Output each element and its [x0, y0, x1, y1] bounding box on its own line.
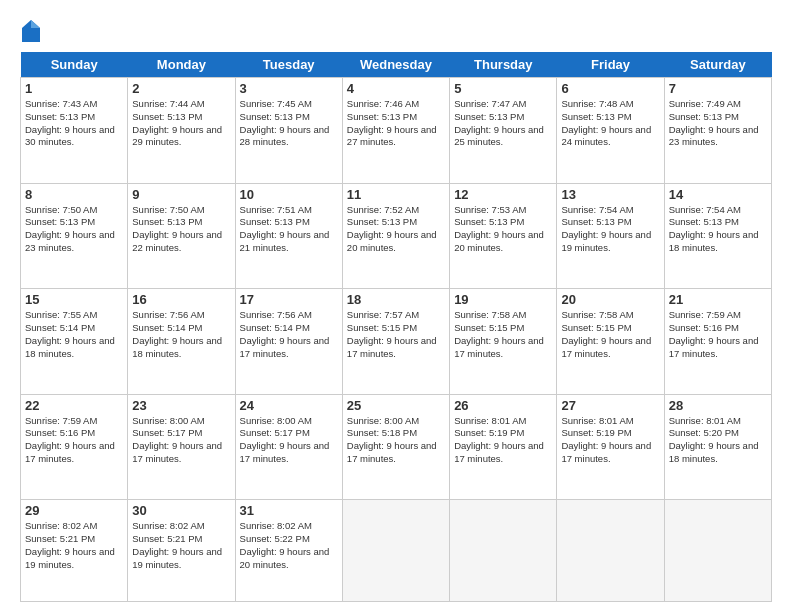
cell-details: Sunrise: 8:00 AMSunset: 5:17 PMDaylight:…: [240, 415, 330, 464]
day-number: 21: [669, 292, 767, 307]
header-row: SundayMondayTuesdayWednesdayThursdayFrid…: [21, 52, 772, 78]
cell-details: Sunrise: 7:50 AMSunset: 5:13 PMDaylight:…: [25, 204, 115, 253]
week-row-3: 15 Sunrise: 7:55 AMSunset: 5:14 PMDaylig…: [21, 289, 772, 395]
cell-details: Sunrise: 7:48 AMSunset: 5:13 PMDaylight:…: [561, 98, 651, 147]
day-number: 5: [454, 81, 552, 96]
calendar-cell: 12 Sunrise: 7:53 AMSunset: 5:13 PMDaylig…: [450, 183, 557, 289]
day-number: 15: [25, 292, 123, 307]
cell-details: Sunrise: 7:59 AMSunset: 5:16 PMDaylight:…: [669, 309, 759, 358]
day-number: 20: [561, 292, 659, 307]
calendar-cell: 18 Sunrise: 7:57 AMSunset: 5:15 PMDaylig…: [342, 289, 449, 395]
calendar-cell: 27 Sunrise: 8:01 AMSunset: 5:19 PMDaylig…: [557, 394, 664, 500]
svg-marker-1: [31, 20, 40, 28]
cell-details: Sunrise: 7:53 AMSunset: 5:13 PMDaylight:…: [454, 204, 544, 253]
cell-details: Sunrise: 7:58 AMSunset: 5:15 PMDaylight:…: [561, 309, 651, 358]
cell-details: Sunrise: 7:43 AMSunset: 5:13 PMDaylight:…: [25, 98, 115, 147]
calendar-cell: 1 Sunrise: 7:43 AMSunset: 5:13 PMDayligh…: [21, 78, 128, 184]
day-number: 16: [132, 292, 230, 307]
cell-details: Sunrise: 7:49 AMSunset: 5:13 PMDaylight:…: [669, 98, 759, 147]
day-number: 25: [347, 398, 445, 413]
calendar-cell: 25 Sunrise: 8:00 AMSunset: 5:18 PMDaylig…: [342, 394, 449, 500]
day-header-sunday: Sunday: [21, 52, 128, 78]
calendar-cell: 15 Sunrise: 7:55 AMSunset: 5:14 PMDaylig…: [21, 289, 128, 395]
week-row-5: 29 Sunrise: 8:02 AMSunset: 5:21 PMDaylig…: [21, 500, 772, 602]
cell-details: Sunrise: 7:45 AMSunset: 5:13 PMDaylight:…: [240, 98, 330, 147]
calendar-cell: 23 Sunrise: 8:00 AMSunset: 5:17 PMDaylig…: [128, 394, 235, 500]
page: SundayMondayTuesdayWednesdayThursdayFrid…: [0, 0, 792, 612]
cell-details: Sunrise: 7:44 AMSunset: 5:13 PMDaylight:…: [132, 98, 222, 147]
calendar-cell: 2 Sunrise: 7:44 AMSunset: 5:13 PMDayligh…: [128, 78, 235, 184]
calendar-table: SundayMondayTuesdayWednesdayThursdayFrid…: [20, 52, 772, 602]
day-number: 30: [132, 503, 230, 518]
cell-details: Sunrise: 7:51 AMSunset: 5:13 PMDaylight:…: [240, 204, 330, 253]
day-header-saturday: Saturday: [664, 52, 771, 78]
day-number: 23: [132, 398, 230, 413]
day-number: 6: [561, 81, 659, 96]
calendar-cell: [450, 500, 557, 602]
cell-details: Sunrise: 7:58 AMSunset: 5:15 PMDaylight:…: [454, 309, 544, 358]
calendar-cell: [557, 500, 664, 602]
cell-details: Sunrise: 8:00 AMSunset: 5:17 PMDaylight:…: [132, 415, 222, 464]
calendar-cell: 8 Sunrise: 7:50 AMSunset: 5:13 PMDayligh…: [21, 183, 128, 289]
cell-details: Sunrise: 8:02 AMSunset: 5:21 PMDaylight:…: [25, 520, 115, 569]
cell-details: Sunrise: 8:00 AMSunset: 5:18 PMDaylight:…: [347, 415, 437, 464]
calendar-cell: 21 Sunrise: 7:59 AMSunset: 5:16 PMDaylig…: [664, 289, 771, 395]
calendar-cell: 7 Sunrise: 7:49 AMSunset: 5:13 PMDayligh…: [664, 78, 771, 184]
calendar-cell: 24 Sunrise: 8:00 AMSunset: 5:17 PMDaylig…: [235, 394, 342, 500]
cell-details: Sunrise: 7:54 AMSunset: 5:13 PMDaylight:…: [561, 204, 651, 253]
calendar-cell: 16 Sunrise: 7:56 AMSunset: 5:14 PMDaylig…: [128, 289, 235, 395]
calendar-cell: 10 Sunrise: 7:51 AMSunset: 5:13 PMDaylig…: [235, 183, 342, 289]
week-row-2: 8 Sunrise: 7:50 AMSunset: 5:13 PMDayligh…: [21, 183, 772, 289]
cell-details: Sunrise: 7:52 AMSunset: 5:13 PMDaylight:…: [347, 204, 437, 253]
calendar-cell: 9 Sunrise: 7:50 AMSunset: 5:13 PMDayligh…: [128, 183, 235, 289]
logo-text: [20, 20, 40, 42]
day-number: 24: [240, 398, 338, 413]
calendar-cell: 5 Sunrise: 7:47 AMSunset: 5:13 PMDayligh…: [450, 78, 557, 184]
cell-details: Sunrise: 7:56 AMSunset: 5:14 PMDaylight:…: [240, 309, 330, 358]
day-number: 10: [240, 187, 338, 202]
calendar-cell: 13 Sunrise: 7:54 AMSunset: 5:13 PMDaylig…: [557, 183, 664, 289]
logo-icon: [22, 20, 40, 42]
day-header-monday: Monday: [128, 52, 235, 78]
calendar: SundayMondayTuesdayWednesdayThursdayFrid…: [20, 52, 772, 602]
week-row-1: 1 Sunrise: 7:43 AMSunset: 5:13 PMDayligh…: [21, 78, 772, 184]
day-number: 4: [347, 81, 445, 96]
day-number: 28: [669, 398, 767, 413]
day-number: 17: [240, 292, 338, 307]
calendar-cell: 6 Sunrise: 7:48 AMSunset: 5:13 PMDayligh…: [557, 78, 664, 184]
cell-details: Sunrise: 8:01 AMSunset: 5:20 PMDaylight:…: [669, 415, 759, 464]
cell-details: Sunrise: 8:02 AMSunset: 5:21 PMDaylight:…: [132, 520, 222, 569]
cell-details: Sunrise: 7:54 AMSunset: 5:13 PMDaylight:…: [669, 204, 759, 253]
day-number: 26: [454, 398, 552, 413]
cell-details: Sunrise: 7:47 AMSunset: 5:13 PMDaylight:…: [454, 98, 544, 147]
calendar-cell: 26 Sunrise: 8:01 AMSunset: 5:19 PMDaylig…: [450, 394, 557, 500]
header: [20, 20, 772, 42]
day-number: 27: [561, 398, 659, 413]
cell-details: Sunrise: 8:01 AMSunset: 5:19 PMDaylight:…: [561, 415, 651, 464]
week-row-4: 22 Sunrise: 7:59 AMSunset: 5:16 PMDaylig…: [21, 394, 772, 500]
day-number: 1: [25, 81, 123, 96]
cell-details: Sunrise: 8:02 AMSunset: 5:22 PMDaylight:…: [240, 520, 330, 569]
day-header-tuesday: Tuesday: [235, 52, 342, 78]
cell-details: Sunrise: 8:01 AMSunset: 5:19 PMDaylight:…: [454, 415, 544, 464]
day-header-thursday: Thursday: [450, 52, 557, 78]
cell-details: Sunrise: 7:59 AMSunset: 5:16 PMDaylight:…: [25, 415, 115, 464]
cell-details: Sunrise: 7:57 AMSunset: 5:15 PMDaylight:…: [347, 309, 437, 358]
day-number: 2: [132, 81, 230, 96]
calendar-cell: 20 Sunrise: 7:58 AMSunset: 5:15 PMDaylig…: [557, 289, 664, 395]
calendar-cell: 17 Sunrise: 7:56 AMSunset: 5:14 PMDaylig…: [235, 289, 342, 395]
calendar-cell: 3 Sunrise: 7:45 AMSunset: 5:13 PMDayligh…: [235, 78, 342, 184]
calendar-cell: 11 Sunrise: 7:52 AMSunset: 5:13 PMDaylig…: [342, 183, 449, 289]
day-number: 9: [132, 187, 230, 202]
day-number: 8: [25, 187, 123, 202]
calendar-cell: 22 Sunrise: 7:59 AMSunset: 5:16 PMDaylig…: [21, 394, 128, 500]
day-number: 31: [240, 503, 338, 518]
cell-details: Sunrise: 7:50 AMSunset: 5:13 PMDaylight:…: [132, 204, 222, 253]
cell-details: Sunrise: 7:56 AMSunset: 5:14 PMDaylight:…: [132, 309, 222, 358]
calendar-cell: 29 Sunrise: 8:02 AMSunset: 5:21 PMDaylig…: [21, 500, 128, 602]
cell-details: Sunrise: 7:55 AMSunset: 5:14 PMDaylight:…: [25, 309, 115, 358]
day-number: 12: [454, 187, 552, 202]
calendar-cell: 30 Sunrise: 8:02 AMSunset: 5:21 PMDaylig…: [128, 500, 235, 602]
calendar-cell: 14 Sunrise: 7:54 AMSunset: 5:13 PMDaylig…: [664, 183, 771, 289]
day-number: 14: [669, 187, 767, 202]
